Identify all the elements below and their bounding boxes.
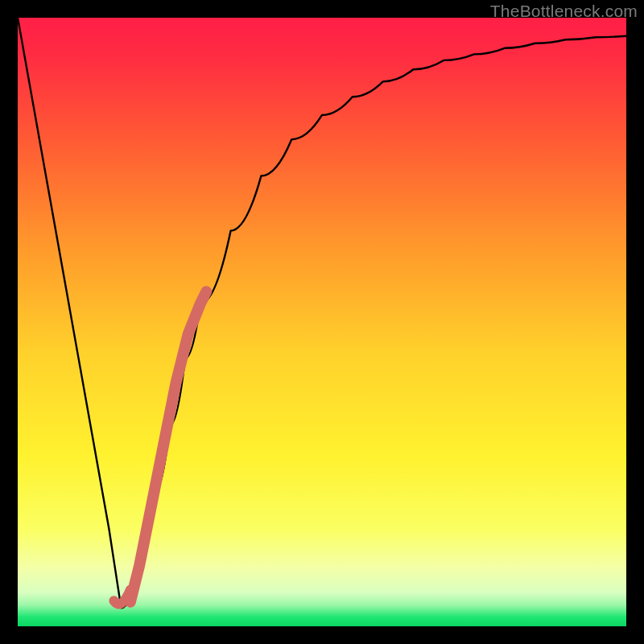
- watermark-text: TheBottleneck.com: [490, 2, 638, 21]
- chart-plot-area: [18, 18, 626, 626]
- chart-frame: TheBottleneck.com: [0, 0, 644, 644]
- chart-svg: [18, 18, 626, 626]
